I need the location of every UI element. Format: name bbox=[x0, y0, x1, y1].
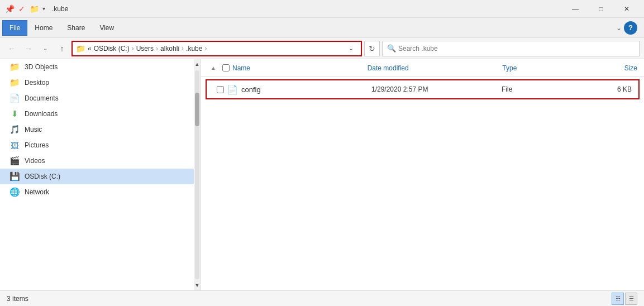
path-osdisk: OSDisk (C:) bbox=[94, 45, 130, 52]
sidebar-label-pictures: Pictures bbox=[25, 141, 49, 149]
sidebar-item-music[interactable]: 🎵 Music bbox=[0, 122, 201, 137]
sidebar-label-osdisk: OSDisk (C:) bbox=[25, 173, 60, 180]
file-type: File bbox=[502, 85, 567, 93]
menu-home[interactable]: Home bbox=[27, 20, 60, 36]
col-header-size[interactable]: Size bbox=[570, 64, 637, 72]
menu-share[interactable]: Share bbox=[60, 20, 92, 36]
sidebar-item-downloads[interactable]: ⬇ Downloads bbox=[0, 106, 201, 122]
menu-file[interactable]: File bbox=[2, 20, 27, 36]
scroll-thumb[interactable] bbox=[195, 93, 199, 126]
path-kube: .kube bbox=[186, 45, 202, 52]
select-all-checkbox[interactable] bbox=[219, 64, 232, 71]
help-button[interactable]: ? bbox=[624, 21, 637, 35]
sidebar-label-network: Network bbox=[25, 188, 49, 196]
network-icon: 🌐 bbox=[9, 187, 20, 197]
sidebar-label-music: Music bbox=[25, 126, 42, 133]
scroll-track[interactable] bbox=[195, 70, 199, 279]
col-header-name[interactable]: Name bbox=[232, 64, 368, 72]
up-button[interactable]: ↑ bbox=[55, 41, 69, 56]
content-view-button[interactable]: ☰ bbox=[625, 293, 637, 305]
folder-videos-icon: 🎬 bbox=[9, 156, 20, 166]
status-text: 3 items bbox=[7, 295, 28, 303]
header-up-arrow[interactable]: ▲ bbox=[208, 63, 219, 74]
path-separator: « bbox=[88, 45, 92, 52]
sidebar-label-documents: Documents bbox=[25, 94, 59, 102]
address-row: ← → ⌄ ↑ 📁 « OSDisk (C:) › Users › alkohl… bbox=[0, 38, 644, 59]
ribbon-chevron-icon[interactable]: ⌄ bbox=[616, 24, 622, 32]
disk-icon: 💾 bbox=[9, 171, 20, 181]
title-bar: 📌 ✓ 📁 ▾ .kube — □ ✕ bbox=[0, 0, 644, 18]
folder-3d-icon: 📁 bbox=[9, 62, 20, 72]
col-header-type[interactable]: Type bbox=[502, 64, 570, 72]
window-title: .kube bbox=[52, 5, 68, 13]
folder-desktop-icon: 📁 bbox=[9, 78, 20, 88]
window-controls: — □ ✕ bbox=[562, 0, 640, 18]
folder-documents-icon: 📄 bbox=[9, 93, 20, 103]
path-user: alkohli bbox=[160, 45, 179, 52]
path-users: Users bbox=[136, 45, 154, 52]
sidebar-label-videos: Videos bbox=[25, 157, 45, 165]
file-type-icon: 📄 bbox=[227, 84, 238, 95]
refresh-button[interactable]: ↻ bbox=[364, 41, 380, 56]
folder-pictures-icon: 🖼 bbox=[9, 141, 20, 150]
scroll-up-arrow[interactable]: ▲ bbox=[194, 59, 201, 69]
file-list-header: ▲ Name Date modified Type Size bbox=[201, 59, 644, 77]
back-button[interactable]: ← bbox=[4, 41, 19, 56]
col-header-date[interactable]: Date modified bbox=[368, 64, 503, 72]
address-bar[interactable]: 📁 « OSDisk (C:) › Users › alkohli › .kub… bbox=[71, 41, 362, 56]
sidebar: 📁 3D Objects 📁 Desktop 📄 Documents ⬇ Dow… bbox=[0, 59, 201, 290]
file-list: ▲ Name Date modified Type Size 📄 config … bbox=[201, 59, 644, 290]
sidebar-item-network[interactable]: 🌐 Network bbox=[0, 184, 201, 200]
sidebar-item-desktop[interactable]: 📁 Desktop bbox=[0, 75, 201, 90]
row-checkbox[interactable] bbox=[213, 86, 227, 93]
address-chevron[interactable]: ⌄ bbox=[344, 42, 357, 55]
title-chevron[interactable]: ▾ bbox=[41, 6, 46, 12]
view-toggle-buttons: ☷ ☰ bbox=[612, 293, 637, 305]
search-icon: 🔍 bbox=[387, 44, 396, 52]
check-icon: ✓ bbox=[17, 4, 27, 14]
sidebar-scroll: 📁 3D Objects 📁 Desktop 📄 Documents ⬇ Dow… bbox=[0, 59, 201, 290]
scroll-down-arrow[interactable]: ▼ bbox=[194, 280, 201, 290]
sidebar-item-osdisk[interactable]: 💾 OSDisk (C:) bbox=[0, 169, 201, 184]
file-date: 1/29/2020 2:57 PM bbox=[371, 85, 502, 93]
search-box[interactable]: 🔍 bbox=[382, 41, 640, 56]
file-size: 6 KB bbox=[567, 85, 632, 93]
folder-music-icon: 🎵 bbox=[9, 125, 20, 135]
forward-button[interactable]: → bbox=[21, 41, 36, 56]
main-content: 📁 3D Objects 📁 Desktop 📄 Documents ⬇ Dow… bbox=[0, 59, 644, 290]
sidebar-scrollbar[interactable]: ▲ ▼ bbox=[194, 59, 201, 290]
address-path: « OSDisk (C:) › Users › alkohli › .kube … bbox=[88, 45, 207, 52]
history-chevron[interactable]: ⌄ bbox=[38, 41, 53, 56]
search-input[interactable] bbox=[398, 45, 635, 52]
sidebar-item-videos[interactable]: 🎬 Videos bbox=[0, 153, 201, 169]
sidebar-item-3d-objects[interactable]: 📁 3D Objects bbox=[0, 59, 201, 75]
close-button[interactable]: ✕ bbox=[614, 0, 640, 18]
sidebar-label-desktop: Desktop bbox=[25, 79, 49, 87]
address-folder-icon: 📁 bbox=[76, 44, 85, 53]
table-row[interactable]: 📄 config 1/29/2020 2:57 PM File 6 KB bbox=[206, 79, 640, 99]
minimize-button[interactable]: — bbox=[562, 0, 588, 18]
details-view-button[interactable]: ☷ bbox=[612, 293, 624, 305]
sidebar-item-pictures[interactable]: 🖼 Pictures bbox=[0, 137, 201, 153]
folder-icon: 📁 bbox=[29, 4, 39, 14]
file-name: config bbox=[241, 85, 371, 94]
folder-downloads-icon: ⬇ bbox=[9, 109, 20, 119]
menu-bar: File Home Share View ⌄ ? bbox=[0, 18, 644, 38]
status-bar: 3 items ☷ ☰ bbox=[0, 290, 644, 306]
menu-view[interactable]: View bbox=[92, 20, 121, 36]
sidebar-label-3d-objects: 3D Objects bbox=[25, 63, 58, 71]
pin-icon: 📌 bbox=[4, 4, 15, 14]
sidebar-label-downloads: Downloads bbox=[25, 110, 58, 118]
sidebar-item-documents[interactable]: 📄 Documents bbox=[0, 90, 201, 106]
maximize-button[interactable]: □ bbox=[588, 0, 614, 18]
